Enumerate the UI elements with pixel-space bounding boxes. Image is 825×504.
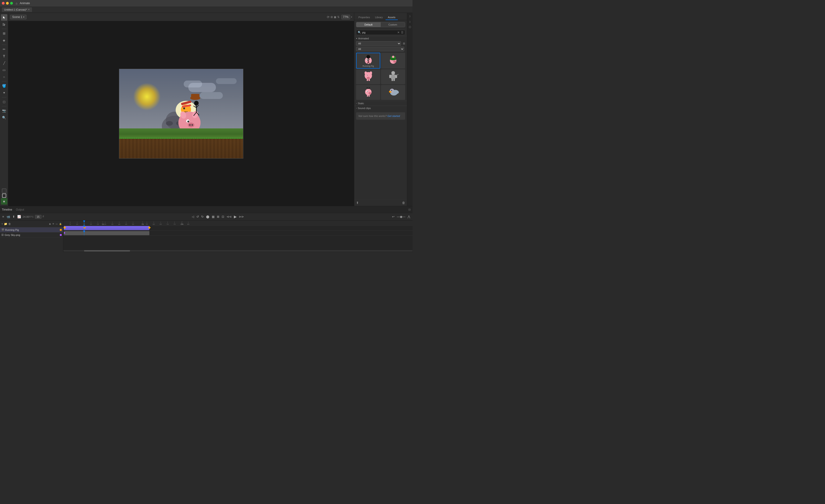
maximize-button[interactable] xyxy=(10,2,13,5)
track-grey-sky[interactable] xyxy=(63,231,412,236)
library-tab[interactable]: Library xyxy=(373,15,385,20)
play-forward-icon[interactable]: ⊳⊳ xyxy=(238,215,244,219)
sync-icon[interactable]: ⟳ xyxy=(327,15,329,19)
track-bar-running-pig xyxy=(64,226,149,230)
default-btn[interactable]: Default xyxy=(356,22,381,27)
layer-row-grey-sky[interactable]: 🖼 Grey Sky-png xyxy=(0,233,63,238)
line-tool[interactable]: ╱ xyxy=(1,60,7,66)
graph-icon[interactable]: 📈 xyxy=(17,215,21,219)
free-transform-tool[interactable]: ⊞ xyxy=(1,30,7,36)
filter-select-1[interactable]: All xyxy=(356,41,401,46)
fill-color[interactable] xyxy=(2,188,6,193)
timeline-tab[interactable]: Timeline xyxy=(2,208,12,211)
subselect-tool[interactable] xyxy=(1,21,7,28)
export-icon[interactable]: ⬆ xyxy=(12,215,15,219)
insert-frame-icon[interactable]: ⊠ xyxy=(216,215,220,219)
play-reverse-icon[interactable]: ⊲⊲ xyxy=(226,215,232,219)
asset-item-3[interactable] xyxy=(356,69,380,84)
asset-item-5[interactable] xyxy=(356,85,380,100)
play-icon[interactable]: ▶ xyxy=(233,215,237,219)
minimize-button[interactable] xyxy=(6,2,9,5)
add-folder-btn[interactable]: 📁 xyxy=(4,222,7,226)
playhead[interactable] xyxy=(84,221,84,225)
svg-point-15 xyxy=(188,120,189,122)
pencil-tool[interactable]: ✏ xyxy=(1,46,7,53)
stage-icon[interactable]: ▣ xyxy=(334,15,336,19)
expand-2-icon[interactable]: ⟩ xyxy=(408,19,412,24)
info-icon[interactable]: ⓘ xyxy=(408,25,412,29)
center-area: Scene 1 ▾ ⟳ ⊞ ▣ ⇅ 77% ▾ xyxy=(8,13,354,206)
gradient-tool[interactable]: ◈ xyxy=(1,37,7,44)
layer-row-running-pig[interactable]: 🎬 Running Pig xyxy=(0,227,63,233)
undo-icon[interactable]: ↩ xyxy=(391,215,395,219)
text-tool[interactable]: T xyxy=(1,53,7,59)
zoom-tool[interactable]: 🔍 xyxy=(1,114,7,121)
properties-tab[interactable]: Properties xyxy=(356,15,372,20)
svg-rect-64 xyxy=(367,95,368,97)
oval-tool[interactable]: ○ xyxy=(1,74,7,80)
loop-icon[interactable]: ⊡ xyxy=(221,215,225,219)
stroke-color[interactable] xyxy=(2,193,6,198)
tab-label: Untitled-1 (Canvas)* xyxy=(4,8,27,11)
assets-tab[interactable]: Assets xyxy=(386,15,398,20)
curve-icon[interactable]: ⋀ xyxy=(407,215,410,219)
animated-section-header[interactable]: ▾ Animated xyxy=(354,36,407,41)
asset-item-4[interactable] xyxy=(381,69,405,84)
timeline-tracks[interactable]: 5 10 15 20 25 1s 30 35 40 45 50 2s 55 60… xyxy=(63,221,412,252)
grid-icon[interactable]: ⊞ xyxy=(330,15,333,19)
timeline-body: + 📁 🗑 ◉ 👁 ▭ 🔒 🎬 Running Pig 🖼 Grey Sky-p… xyxy=(0,221,412,252)
paint-bucket-tool[interactable]: 🪣 xyxy=(1,83,7,89)
asset-item-6[interactable] xyxy=(381,85,405,100)
ease-icon[interactable]: —◉— xyxy=(396,215,406,219)
delete-layer-btn[interactable]: 🗑 xyxy=(8,222,11,226)
ruler-mark-5: 5 xyxy=(70,222,71,225)
eyedropper-tool[interactable]: ✦ xyxy=(1,90,7,96)
prev-frame-icon[interactable]: ↺ xyxy=(196,215,199,219)
layers-icon[interactable]: ≡ xyxy=(2,215,5,219)
list-view-icon[interactable]: ☰ xyxy=(401,31,403,34)
cloud-2 xyxy=(184,81,202,87)
get-started-link[interactable]: Get started xyxy=(387,114,400,117)
canvas-area[interactable] xyxy=(8,21,354,206)
track-running-pig[interactable] xyxy=(63,226,412,231)
add-layer-icon[interactable]: 📹 xyxy=(6,215,11,219)
delete-icon[interactable]: 🗑 xyxy=(402,201,405,204)
app-name: Animate xyxy=(20,2,30,5)
timeline-layers: + 📁 🗑 ◉ 👁 ▭ 🔒 🎬 Running Pig 🖼 Grey Sky-p… xyxy=(0,221,63,252)
onion-skin-icon[interactable]: ⬤ xyxy=(206,215,210,219)
search-input[interactable] xyxy=(362,31,396,34)
select-tool[interactable] xyxy=(1,14,7,21)
timeline-collapse-icon[interactable]: ⊟ xyxy=(408,208,410,211)
expand-icon[interactable]: ⟩ xyxy=(408,14,412,18)
filter-funnel-icon[interactable]: ⊞ xyxy=(403,42,405,45)
static-section-header[interactable]: › Static xyxy=(354,101,407,106)
svg-point-51 xyxy=(391,71,395,75)
close-button[interactable] xyxy=(2,2,5,5)
prev-keyframe-icon[interactable]: ◁ xyxy=(191,215,195,219)
timeline-scrollbar-thumb[interactable] xyxy=(84,250,130,252)
filter-select-2[interactable]: All xyxy=(356,47,404,51)
frame-input[interactable] xyxy=(35,215,42,219)
asset-item-2[interactable] xyxy=(381,53,405,69)
rect-tool[interactable]: ▭ xyxy=(1,67,7,73)
zoom-chevron-icon[interactable]: ▾ xyxy=(351,16,352,18)
zoom-value[interactable]: 77% xyxy=(342,15,350,19)
add-layer-btn[interactable]: + xyxy=(1,222,3,226)
custom-btn[interactable]: Custom xyxy=(381,22,405,27)
upload-icon[interactable]: ⬆ xyxy=(356,201,359,204)
motion-tween-icon[interactable]: ▦ xyxy=(211,215,215,219)
document-tab[interactable]: Untitled-1 (Canvas)* ✕ xyxy=(2,7,32,12)
snap-tool[interactable]: ■ xyxy=(1,198,7,204)
search-clear-icon[interactable]: ✕ xyxy=(397,31,400,34)
sound-section-header[interactable]: › Sound clips xyxy=(354,106,407,110)
next-frame-icon[interactable]: ↻ xyxy=(201,215,204,219)
timeline-scrollbar[interactable] xyxy=(63,250,412,252)
output-tab[interactable]: Output xyxy=(16,208,24,211)
asset-item-running-pig[interactable]: Running Pig xyxy=(356,53,380,69)
eraser-tool[interactable]: ◻ xyxy=(1,98,7,105)
scene-selector[interactable]: Scene 1 ▾ xyxy=(10,15,26,19)
tab-close-icon[interactable]: ✕ xyxy=(28,8,30,11)
svg-rect-56 xyxy=(393,79,395,81)
up-down-icon[interactable]: ⇅ xyxy=(337,15,340,19)
camera-tool[interactable]: 📷 xyxy=(1,107,7,114)
